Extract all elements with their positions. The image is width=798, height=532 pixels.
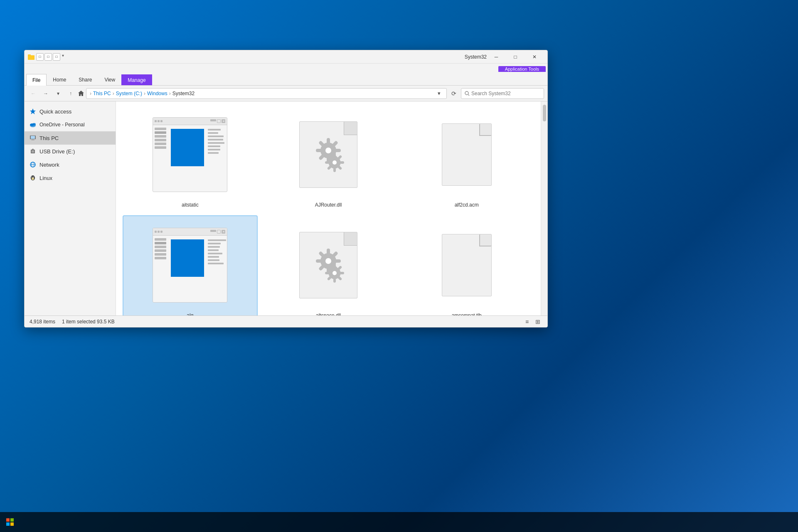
quick-btn-2[interactable]: □ — [44, 53, 52, 61]
status-bar-info: 4,918 items 1 item selected 93.5 KB — [30, 319, 115, 325]
sidebar-network-label: Network — [39, 162, 59, 168]
breadcrumb-sep-3: › — [169, 91, 171, 96]
file-name: alg — [187, 313, 193, 315]
svg-point-35 — [332, 160, 337, 165]
svg-point-55 — [332, 271, 337, 275]
quick-access-icon — [30, 108, 36, 115]
sidebar-item-linux[interactable]: Linux — [25, 171, 116, 185]
sidebar-item-quick-access[interactable]: Quick access — [25, 105, 116, 118]
selected-info: 1 item selected 93.5 KB — [62, 319, 115, 325]
sidebar-linux-label: Linux — [39, 175, 52, 181]
context-label-row: Application Tools — [25, 64, 547, 72]
file-icon — [427, 219, 506, 311]
refresh-button[interactable]: ⟳ — [448, 88, 459, 99]
file-name: alf2cd.acm — [455, 202, 479, 208]
svg-rect-11 — [31, 140, 35, 140]
file-icon — [289, 109, 368, 200]
tab-home[interactable]: Home — [47, 74, 72, 85]
breadcrumb-dropdown[interactable]: ▾ — [435, 88, 443, 99]
network-icon — [30, 161, 36, 168]
title-bar: □ □ □ ▾ System32 ─ □ ✕ — [25, 50, 547, 64]
svg-rect-13 — [32, 150, 34, 153]
svg-line-33 — [334, 143, 336, 145]
ribbon-header: Application Tools File Home Share View M… — [25, 64, 547, 85]
tab-manage[interactable]: Manage — [121, 74, 152, 85]
breadcrumb[interactable]: › This PC › System (C:) › Windows › Syst… — [86, 88, 447, 99]
tab-file[interactable]: File — [26, 74, 47, 86]
scrollbar-thumb[interactable] — [543, 105, 546, 121]
address-bar: ← → ▾ ↑ › This PC › System (C:) › Window… — [25, 86, 547, 101]
minimize-button[interactable]: ─ — [487, 50, 506, 64]
sidebar: Quick access OneDrive - Personal This PC… — [25, 101, 116, 315]
svg-line-51 — [321, 254, 323, 256]
search-icon — [465, 91, 470, 96]
breadcrumb-this-pc[interactable]: This PC — [93, 91, 111, 96]
svg-line-31 — [321, 143, 323, 145]
file-explorer-window: □ □ □ ▾ System32 ─ □ ✕ Application Tools… — [24, 50, 548, 328]
file-icon: ✕ — [150, 109, 229, 200]
svg-rect-106 — [6, 522, 10, 526]
forward-button[interactable]: → — [40, 88, 51, 99]
quick-btn-3[interactable]: □ — [53, 53, 60, 61]
file-name: amcompat.tlb — [452, 313, 482, 315]
quick-btn-1[interactable]: □ — [36, 53, 44, 61]
window-controls: ─ □ ✕ — [487, 50, 544, 64]
svg-line-43 — [339, 157, 340, 158]
view-large-button[interactable]: ⊞ — [533, 317, 542, 326]
file-item-ajrouter[interactable]: AJRouter.dll — [261, 105, 396, 212]
maximize-button[interactable]: □ — [506, 50, 525, 64]
breadcrumb-sep-2: › — [144, 91, 145, 96]
folder-icon — [28, 54, 34, 60]
search-box[interactable] — [461, 88, 544, 99]
file-icon — [427, 109, 506, 200]
svg-point-23 — [34, 177, 34, 177]
svg-point-22 — [32, 177, 32, 177]
file-item-alg[interactable]: ✕ alg — [123, 215, 258, 315]
svg-line-53 — [334, 254, 336, 256]
svg-point-25 — [325, 148, 331, 153]
breadcrumb-system-c[interactable]: System (C:) — [116, 91, 142, 96]
ribbon-tabs: File Home Share View Manage — [25, 72, 547, 85]
recent-button[interactable]: ▾ — [53, 88, 64, 99]
tab-view[interactable]: View — [98, 74, 121, 85]
file-name: altspace.dll — [316, 313, 341, 315]
svg-line-49 — [321, 266, 323, 268]
status-bar-view-controls: ≡ ⊞ — [522, 317, 542, 326]
scrollbar[interactable] — [541, 101, 547, 315]
sidebar-item-network[interactable]: Network — [25, 158, 116, 171]
svg-point-19 — [32, 177, 34, 180]
sidebar-item-usb[interactable]: USB Drive (E:) — [25, 145, 116, 158]
svg-line-61 — [329, 267, 330, 269]
file-item-amcompat[interactable]: amcompat.tlb — [399, 215, 534, 315]
sidebar-item-this-pc[interactable]: This PC — [25, 131, 116, 145]
file-icon — [289, 219, 368, 311]
up-button[interactable]: ↑ — [65, 88, 76, 99]
close-button[interactable]: ✕ — [525, 50, 544, 64]
breadcrumb-sep-1: › — [113, 91, 114, 96]
sidebar-item-onedrive[interactable]: OneDrive - Personal — [25, 118, 116, 131]
file-name: AJRouter.dll — [315, 202, 342, 208]
file-item-alf2cd[interactable]: alf2cd.acm — [399, 105, 534, 212]
this-pc-icon — [30, 135, 36, 141]
onedrive-icon — [30, 121, 36, 128]
home-icon — [78, 90, 84, 97]
svg-line-37 — [339, 167, 340, 168]
svg-point-45 — [325, 258, 331, 264]
start-button[interactable] — [0, 512, 20, 532]
sidebar-this-pc-label: This PC — [39, 135, 59, 141]
window-title: System32 — [465, 54, 487, 60]
svg-rect-14 — [32, 149, 34, 150]
breadcrumb-windows[interactable]: Windows — [147, 91, 167, 96]
file-item-altspace[interactable]: altspace.dll — [261, 215, 396, 315]
svg-line-57 — [339, 277, 340, 279]
back-button[interactable]: ← — [28, 88, 39, 99]
search-input[interactable] — [471, 91, 530, 96]
breadcrumb-system32: System32 — [172, 91, 195, 96]
svg-rect-104 — [6, 518, 10, 522]
customize-label: ▾ — [62, 53, 64, 61]
tab-share[interactable]: Share — [72, 74, 98, 85]
file-item-aitstatic[interactable]: ✕ aitstatic — [123, 105, 258, 212]
svg-line-59 — [329, 277, 330, 279]
status-bar: 4,918 items 1 item selected 93.5 KB ≡ ⊞ — [25, 315, 547, 327]
view-details-button[interactable]: ≡ — [522, 317, 532, 326]
